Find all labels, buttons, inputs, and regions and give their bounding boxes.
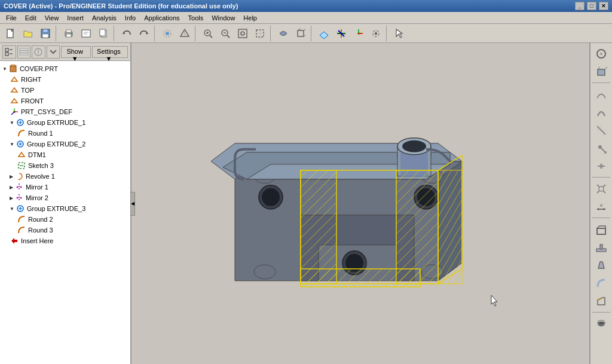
minimize-button[interactable]: _	[575, 2, 585, 10]
menu-help[interactable]: Help	[240, 13, 261, 23]
rt-offset-btn[interactable]	[592, 158, 611, 175]
tree-icon-btn-4[interactable]	[47, 45, 60, 59]
menu-tools[interactable]: Tools	[185, 13, 207, 23]
datum-planes-button[interactable]	[316, 26, 332, 41]
redo-button[interactable]	[136, 26, 152, 41]
tree-toolbar: Show ▼ Settings ▼	[0, 43, 130, 61]
tree-item-top[interactable]: TOP	[0, 85, 130, 96]
tree-label-insert: Insert Here	[21, 237, 53, 244]
toolbar-separator-5	[270, 26, 273, 41]
tree-item-mirror2[interactable]: ▶ Mirror 2	[0, 192, 130, 203]
model-tree[interactable]: ▼ COVER.PRT RIGHT TOP	[0, 61, 130, 364]
menu-applications[interactable]: Applications	[140, 13, 183, 23]
tree-item-right[interactable]: RIGHT	[0, 74, 130, 85]
rt-point-btn[interactable]	[592, 140, 611, 157]
rt-sketch-btn[interactable]	[592, 45, 611, 62]
rt-shell-btn[interactable]	[592, 221, 611, 238]
viewport[interactable]	[131, 43, 589, 364]
new-button[interactable]	[2, 26, 19, 41]
open-button[interactable]	[20, 26, 36, 41]
svg-rect-123	[598, 69, 605, 75]
tree-item-round2[interactable]: Round 2	[0, 214, 130, 225]
tree-item-sketch3[interactable]: Sketch 3	[0, 160, 130, 171]
save-button[interactable]	[37, 26, 54, 41]
menu-edit[interactable]: Edit	[22, 13, 40, 23]
svg-point-29	[241, 32, 244, 35]
svg-line-35	[304, 29, 305, 30]
shading-button[interactable]	[275, 26, 292, 41]
zoom-out-button[interactable]	[217, 26, 234, 41]
tree-item-front[interactable]: FRONT	[0, 96, 130, 106]
zoom-in-button[interactable]	[200, 26, 216, 41]
maximize-button[interactable]: □	[587, 2, 596, 10]
part-icon	[8, 64, 18, 74]
svg-marker-77	[20, 186, 22, 188]
tree-label-sketch3: Sketch 3	[28, 162, 54, 169]
datum-axes-button[interactable]	[333, 26, 350, 41]
tree-item-group-ext3[interactable]: ▼ Group EXTRUDE_3	[0, 203, 130, 214]
group-icon-2	[16, 139, 25, 149]
tree-item-revolve1[interactable]: ▶ Revolve 1	[0, 171, 130, 182]
tree-item-group-ext1[interactable]: ▼ Group EXTRUDE_1	[0, 117, 130, 128]
rt-hole-btn[interactable]	[592, 316, 611, 332]
rt-rib-btn[interactable]	[592, 239, 611, 256]
svg-marker-80	[20, 197, 22, 199]
select-button[interactable]	[391, 26, 408, 41]
tree-item-prt-csys[interactable]: PRT_CSYS_DEF	[0, 106, 130, 117]
spin-center-button[interactable]	[368, 26, 384, 41]
menu-analysis[interactable]: Analysis	[88, 13, 120, 23]
svg-rect-4	[43, 29, 48, 32]
show-dropdown[interactable]: Show ▼	[61, 46, 91, 58]
rt-extrude-btn[interactable]	[592, 63, 611, 80]
svg-point-91	[254, 264, 276, 279]
repaint-button[interactable]	[159, 26, 176, 41]
zoom-window-button[interactable]	[252, 26, 268, 41]
tree-item-cover[interactable]: ▼ COVER.PRT	[0, 63, 130, 74]
panel-collapse-handle[interactable]: ◀	[130, 192, 135, 216]
menu-info[interactable]: Info	[121, 13, 139, 23]
wireframe-button[interactable]	[292, 26, 309, 41]
rt-dimension-btn[interactable]: d	[592, 198, 611, 215]
copy-button[interactable]	[95, 26, 112, 41]
rt-curve-btn[interactable]	[592, 122, 611, 139]
main-toolbar	[0, 24, 612, 43]
tree-icon-btn-1[interactable]	[2, 45, 16, 59]
preview-button[interactable]	[78, 26, 94, 41]
undo-button[interactable]	[118, 26, 135, 41]
tree-item-round3[interactable]: Round 3	[0, 225, 130, 235]
tree-icon-btn-3[interactable]	[32, 45, 45, 59]
svg-rect-117	[438, 170, 462, 283]
rt-arc-btn[interactable]	[592, 104, 611, 121]
print-button[interactable]	[60, 26, 77, 41]
insert-icon	[10, 236, 19, 246]
rt-line-btn[interactable]	[592, 86, 611, 103]
close-button[interactable]: ✕	[599, 2, 608, 10]
menu-insert[interactable]: Insert	[63, 13, 87, 23]
menu-window[interactable]: Window	[208, 13, 238, 23]
svg-marker-76	[17, 186, 19, 188]
coord-sys-button[interactable]	[350, 26, 367, 41]
rt-draft-btn[interactable]	[592, 257, 611, 274]
settings-dropdown[interactable]: Settings ▼	[92, 46, 128, 58]
tree-item-insert[interactable]: Insert Here	[0, 235, 130, 246]
svg-point-105	[402, 140, 426, 152]
svg-marker-45	[396, 29, 402, 38]
svg-marker-139	[604, 208, 605, 210]
svg-point-55	[38, 53, 39, 54]
menu-file[interactable]: File	[2, 13, 20, 23]
rt-chamfer-btn[interactable]	[592, 293, 611, 310]
tree-item-group-ext2[interactable]: ▼ Group EXTRUDE_2	[0, 139, 130, 149]
svg-line-147	[598, 298, 602, 300]
tree-icon-btn-2[interactable]	[17, 45, 31, 59]
tree-item-dtm1[interactable]: DTM1	[0, 149, 130, 160]
zoom-fit-button[interactable]	[234, 26, 251, 41]
svg-marker-71	[19, 152, 25, 157]
tree-label-prt-csys: PRT_CSYS_DEF	[21, 108, 72, 115]
orient-button[interactable]	[176, 26, 193, 41]
tree-item-mirror1[interactable]: ▶ Mirror 1	[0, 182, 130, 192]
rt-trim-btn[interactable]	[592, 181, 611, 197]
window-controls[interactable]: _ □ ✕	[575, 2, 608, 10]
tree-item-round1[interactable]: Round 1	[0, 128, 130, 139]
rt-round-btn[interactable]	[592, 275, 611, 292]
menu-view[interactable]: View	[41, 13, 63, 23]
